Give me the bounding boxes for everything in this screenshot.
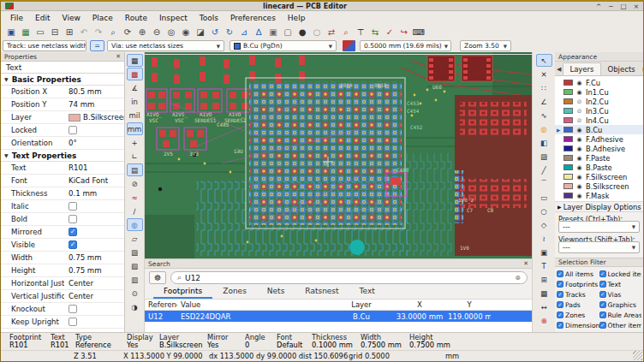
high-contrast-icon[interactable]: ◑	[127, 300, 143, 313]
shade-button[interactable]: ^	[596, 3, 601, 10]
route-track-icon[interactable]: ∠	[536, 95, 552, 108]
property-value[interactable]: 74 mm	[64, 98, 124, 110]
search-input[interactable]	[185, 274, 511, 282]
menu-item[interactable]: Help	[282, 14, 312, 22]
units-mm-icon[interactable]: mm	[127, 122, 143, 135]
layer-color-swatch[interactable]	[564, 89, 573, 95]
checkbox[interactable]	[599, 281, 606, 288]
add-table-icon[interactable]: ▦	[536, 287, 552, 300]
layer-color-swatch[interactable]	[564, 183, 573, 189]
layer-visibility-eye-icon[interactable]	[575, 80, 583, 86]
menu-item[interactable]: View	[57, 14, 86, 22]
grid-size-dropdown[interactable]: 0.5000 mm (19.69 mils)▼	[360, 40, 451, 51]
checkbox[interactable]	[557, 322, 564, 329]
property-value[interactable]: 0.1 mm	[64, 187, 124, 199]
menu-item[interactable]: Preferences	[224, 14, 282, 22]
property-value[interactable]	[64, 239, 124, 251]
layer-visibility-eye-icon[interactable]	[575, 117, 583, 124]
layer-visibility-eye-icon[interactable]	[575, 155, 583, 162]
zoom-fit-icon[interactable]: ◎	[164, 26, 178, 39]
layer-visibility-eye-icon[interactable]	[575, 127, 583, 134]
add-text-icon[interactable]: T	[536, 259, 552, 272]
checkbox[interactable]	[69, 240, 77, 249]
selection-filter-item[interactable]: Tracks	[557, 290, 599, 299]
selection-filter-item[interactable]: Other items	[599, 321, 642, 329]
zone-fill-icon[interactable]: ▨	[127, 246, 143, 258]
layer-color-swatch[interactable]	[564, 108, 573, 114]
result-row-u12[interactable]: U12 ESD224DQAR B.Cu 33.0000 mm 119.0000 …	[145, 311, 532, 322]
property-value[interactable]: B.Silkscreen	[64, 111, 124, 123]
ratsnest-lines-icon[interactable]: ⊘	[127, 177, 143, 190]
close-icon[interactable]: ✕	[116, 53, 121, 60]
grid-visibility-icon[interactable]: ▦	[127, 54, 143, 67]
layer-color-swatch[interactable]	[564, 136, 573, 142]
layer-row[interactable]: ▶ F.Silkscreen	[555, 172, 643, 181]
group-icon[interactable]: ▣	[266, 26, 280, 39]
draw-polygon-icon[interactable]: ◇	[536, 218, 552, 231]
via-outline-icon[interactable]: ◎	[127, 218, 143, 231]
menu-item[interactable]: File	[4, 14, 29, 22]
layer-row[interactable]: ▶ In4.Cu	[555, 116, 643, 125]
add-image-icon[interactable]: ▣	[536, 246, 552, 258]
add-zone-icon[interactable]: ▨	[536, 150, 552, 163]
checkbox[interactable]	[599, 301, 606, 308]
layer-visibility-eye-icon[interactable]	[575, 193, 583, 199]
selection-filter-item[interactable]: Text	[599, 280, 642, 288]
property-value[interactable]: 0°	[64, 137, 124, 149]
layer-row[interactable]: ▶ B.Adhesive	[555, 144, 643, 153]
add-textbox-icon[interactable]: ⊞	[536, 273, 552, 286]
layer-color-swatch[interactable]	[564, 80, 573, 86]
zone-outline-icon[interactable]: ▧	[127, 259, 143, 272]
checkbox[interactable]	[599, 312, 606, 318]
property-value[interactable]	[64, 124, 124, 136]
draw-rectangle-icon[interactable]: ▭	[536, 191, 552, 204]
update-footprints-icon[interactable]: ⇆	[368, 26, 382, 39]
layer-visibility-eye-icon[interactable]	[575, 89, 583, 96]
zoom-in-icon[interactable]: ⊕	[135, 26, 149, 39]
layer-row[interactable]: ▶ F.Paste	[555, 153, 643, 163]
layer-row[interactable]: ▶ B.Silkscreen	[555, 181, 643, 191]
lock-icon[interactable]: ●	[295, 26, 309, 39]
ratsnest-visibility-icon[interactable]: ▤	[127, 163, 143, 176]
print-icon[interactable]: ⊟	[48, 26, 62, 39]
layer-row[interactable]: ▶ F.Adhesive	[555, 134, 643, 144]
save-icon[interactable]: ▣	[4, 26, 18, 39]
selection-filter-item[interactable]: Rule Areas	[599, 311, 642, 319]
layer-color-swatch[interactable]	[564, 145, 573, 151]
update-pcb-from-schematic-icon[interactable]: ⇄	[325, 26, 338, 39]
resize-grip[interactable]	[633, 351, 642, 360]
property-value[interactable]: 0.75 mm	[64, 264, 124, 276]
property-value[interactable]: Center	[64, 290, 124, 302]
zoom-dropdown[interactable]: Zoom 3.50▼	[460, 40, 511, 51]
checkbox[interactable]	[599, 322, 606, 329]
pad-outline-icon[interactable]: ▱	[127, 232, 143, 245]
maximize-button[interactable]: □	[621, 3, 627, 10]
menu-item[interactable]: Tools	[194, 14, 224, 22]
layer-row[interactable]: ▶ F.Cu	[555, 78, 643, 87]
search-box[interactable]: ⌕ ⊗	[170, 271, 528, 284]
minimize-button[interactable]: −	[608, 3, 613, 10]
inactive-layer-dim-icon[interactable]: ⊙	[127, 287, 143, 300]
property-value[interactable]	[64, 316, 124, 328]
selection-filter-item[interactable]: Pads	[557, 300, 599, 309]
property-value[interactable]: 80.5 mm	[64, 86, 124, 98]
draw-line-icon[interactable]: ╱	[536, 163, 552, 176]
viewports-dropdown[interactable]: ---▼	[558, 241, 640, 253]
property-value[interactable]: 0.75 mm	[64, 252, 124, 264]
layer-color-swatch[interactable]	[564, 98, 573, 104]
layer-row[interactable]: ▶ In3.Cu	[555, 106, 643, 116]
diff-pair-icon[interactable]: ∿	[536, 109, 552, 122]
checkbox[interactable]	[69, 215, 77, 223]
redo-icon[interactable]: ↷	[92, 26, 105, 39]
property-value[interactable]	[64, 200, 124, 212]
draw-bezier-icon[interactable]: ≀	[536, 232, 552, 245]
refresh-icon[interactable]: ⟳	[121, 26, 134, 39]
layer-pair-indicator-icon[interactable]	[343, 40, 355, 51]
search-tab[interactable]: Nets	[257, 287, 295, 299]
menu-item[interactable]: Place	[86, 14, 119, 22]
free-angle-icon[interactable]: ∟	[127, 150, 143, 163]
highlight-net-tool-icon[interactable]: ↪	[397, 26, 411, 39]
zoom-out-icon[interactable]: ⊖	[150, 26, 164, 39]
layer-visibility-eye-icon[interactable]	[575, 98, 583, 105]
tab-scroll-right-icon[interactable]: ▶	[642, 66, 643, 75]
